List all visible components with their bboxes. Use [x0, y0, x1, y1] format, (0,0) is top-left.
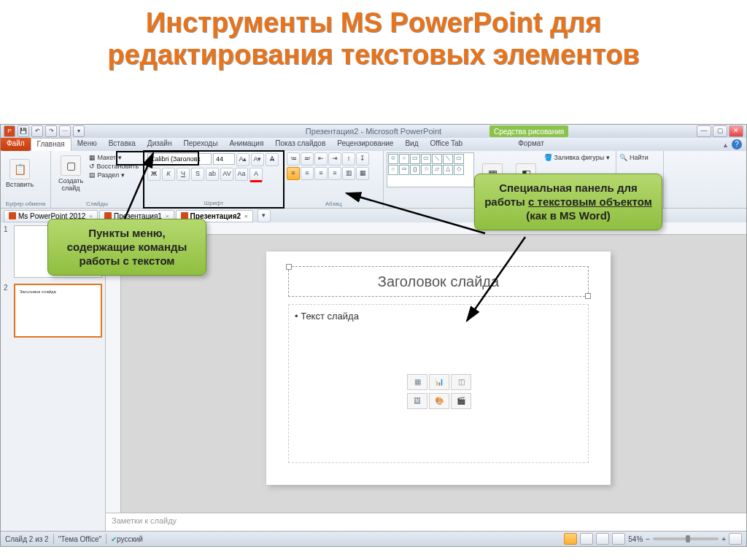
- numbering-button[interactable]: ≕: [301, 152, 314, 166]
- notes-pane[interactable]: Заметки к слайду: [106, 513, 746, 532]
- zoom-out-button[interactable]: −: [646, 535, 650, 543]
- shape-line2-icon[interactable]: ＼: [443, 154, 453, 164]
- tab-view[interactable]: Вид: [399, 138, 424, 151]
- thumb-2[interactable]: 2 Заголовок слайда: [4, 284, 102, 338]
- shape-oval-icon[interactable]: ○: [388, 165, 398, 175]
- tab-design[interactable]: Дизайн: [142, 138, 178, 151]
- drawing-tools-context: Средства рисования: [489, 125, 568, 137]
- shape-diamond-icon[interactable]: ◇: [454, 165, 464, 175]
- shape-tri-icon[interactable]: △: [443, 165, 453, 175]
- shape-line-icon[interactable]: ＼: [432, 154, 442, 164]
- shape-star-icon[interactable]: ☆: [421, 165, 431, 175]
- shadow-button[interactable]: ab: [206, 168, 219, 181]
- shapes-gallery[interactable]: ☺ ○ ▭ ▭ ＼ ＼ ▭ ○ ⇨ {} ☆ ▱ △ ◇: [387, 152, 474, 187]
- language-info[interactable]: русский: [117, 535, 143, 543]
- titlebar: P 💾 ↶ ↷ ⋯ ▾ Презентация2 - Microsoft Pow…: [1, 125, 746, 138]
- case-button[interactable]: Aa: [235, 168, 248, 181]
- body-text[interactable]: Текст слайда: [301, 311, 359, 322]
- grow-font-icon[interactable]: A▴: [236, 153, 249, 166]
- slideshow-view-button[interactable]: [612, 533, 625, 545]
- columns-button[interactable]: ▥: [342, 167, 355, 180]
- shape-rect2-icon[interactable]: ▭: [421, 154, 431, 164]
- insert-chart-icon[interactable]: 📊: [429, 374, 449, 390]
- shape-rect-icon[interactable]: ▭: [410, 154, 420, 164]
- slide-info: Слайд 2 из 2: [5, 535, 49, 543]
- tab-slideshow[interactable]: Показ слайдов: [269, 138, 331, 151]
- maximize-button[interactable]: ▢: [713, 125, 727, 137]
- font-name-combo[interactable]: [147, 153, 212, 165]
- layout-button[interactable]: ▦ Макет ▾: [89, 154, 139, 161]
- zoom-slider[interactable]: [653, 537, 719, 540]
- increase-indent-button[interactable]: ⇥: [328, 152, 341, 166]
- align-center-button[interactable]: ≡: [301, 167, 314, 180]
- new-slide-button[interactable]: ▢ Создать слайд: [54, 152, 88, 195]
- font-size-combo[interactable]: [213, 153, 235, 165]
- shape-fill-button[interactable]: 🪣 Заливка фигуры ▾: [544, 154, 610, 161]
- decrease-indent-button[interactable]: ⇤: [314, 152, 328, 166]
- sorter-view-button[interactable]: [580, 533, 593, 545]
- tab-menu[interactable]: Меню: [71, 138, 103, 151]
- insert-smartart-icon[interactable]: ◫: [451, 374, 471, 390]
- justify-button[interactable]: ≡: [328, 167, 341, 180]
- insert-picture-icon[interactable]: 🖼: [407, 393, 427, 409]
- paragraph-group-label: Абзац: [284, 201, 383, 207]
- new-slide-label: Создать слайд: [54, 177, 88, 192]
- minimize-ribbon-icon[interactable]: ▴: [724, 141, 727, 149]
- bullets-button[interactable]: ≔: [287, 152, 300, 166]
- line-spacing-button[interactable]: ↕: [342, 152, 355, 166]
- italic-button[interactable]: К: [162, 168, 175, 181]
- tab-review[interactable]: Рецензирование: [331, 138, 399, 151]
- zoom-in-button[interactable]: +: [721, 535, 726, 543]
- slide-canvas[interactable]: Заголовок слайда • Текст слайда ▦ 📊 ◫ 🖼 …: [266, 252, 611, 485]
- section-button[interactable]: ▤ Раздел ▾: [89, 171, 139, 179]
- reset-button[interactable]: ↺ Восстановить: [89, 163, 139, 170]
- content-placeholder-icons: ▦ 📊 ◫ 🖼 🎨 🎬: [407, 374, 470, 409]
- shape-callout-icon[interactable]: ▱: [432, 165, 442, 175]
- tab-list-button[interactable]: ▾: [258, 209, 271, 222]
- smartart-button[interactable]: ▦: [356, 167, 369, 180]
- fit-button[interactable]: [729, 533, 742, 545]
- title-text[interactable]: Заголовок слайда: [289, 267, 588, 296]
- ribbon-tabs: Файл Главная Меню Вставка Дизайн Переход…: [1, 138, 746, 151]
- help-icon[interactable]: ?: [732, 139, 742, 149]
- reading-view-button[interactable]: [596, 533, 609, 545]
- new-slide-icon: ▢: [61, 155, 81, 176]
- tab-office-tab[interactable]: Office Tab: [425, 138, 469, 151]
- underline-button[interactable]: Ч: [177, 168, 190, 181]
- bold-button[interactable]: Ж: [147, 168, 160, 181]
- body-placeholder[interactable]: • Текст слайда ▦ 📊 ◫ 🖼 🎨 🎬: [288, 304, 589, 463]
- text-direction-button[interactable]: ↧: [356, 152, 369, 166]
- paste-button[interactable]: 📋 Вставить: [4, 152, 36, 195]
- minimize-button[interactable]: —: [697, 125, 711, 137]
- shape-circle-icon[interactable]: ○: [399, 154, 409, 164]
- zoom-level[interactable]: 54%: [628, 535, 643, 543]
- title-placeholder[interactable]: Заголовок слайда: [288, 266, 589, 297]
- shape-rect3-icon[interactable]: ▭: [454, 154, 464, 164]
- clear-format-icon[interactable]: A̶: [266, 153, 279, 166]
- tab-insert[interactable]: Вставка: [103, 138, 142, 151]
- find-button[interactable]: 🔍 Найти: [619, 154, 660, 161]
- shape-arrow-icon[interactable]: ⇨: [399, 165, 409, 175]
- insert-media-icon[interactable]: 🎬: [451, 393, 471, 409]
- tab-animations[interactable]: Анимация: [223, 138, 269, 151]
- normal-view-button[interactable]: [564, 533, 577, 545]
- callout-menu-items: Пункты меню, содержащие команды работы с…: [47, 219, 206, 276]
- pp-file-icon: [9, 212, 16, 219]
- tab-format[interactable]: Формат: [512, 138, 550, 151]
- align-left-button[interactable]: ≡: [287, 167, 300, 180]
- shape-brace-icon[interactable]: {}: [410, 165, 420, 175]
- close-button[interactable]: ✕: [729, 125, 743, 137]
- insert-table-icon[interactable]: ▦: [407, 374, 427, 390]
- tab-file[interactable]: Файл: [1, 138, 31, 151]
- strike-button[interactable]: S: [191, 168, 204, 181]
- align-right-button[interactable]: ≡: [314, 167, 328, 180]
- shape-smiley-icon[interactable]: ☺: [388, 154, 398, 164]
- shrink-font-icon[interactable]: A▾: [251, 153, 264, 166]
- insert-clipart-icon[interactable]: 🎨: [429, 393, 449, 409]
- font-color-button[interactable]: A: [249, 168, 263, 182]
- tab-transitions[interactable]: Переходы: [177, 138, 223, 151]
- app-title: Презентация2 - Microsoft PowerPoint: [1, 125, 746, 138]
- tab-home[interactable]: Главная: [31, 138, 71, 151]
- spacing-button[interactable]: AV: [220, 168, 233, 181]
- statusbar: Слайд 2 из 2 "Тема Office" ✔ русский 54%…: [1, 531, 746, 546]
